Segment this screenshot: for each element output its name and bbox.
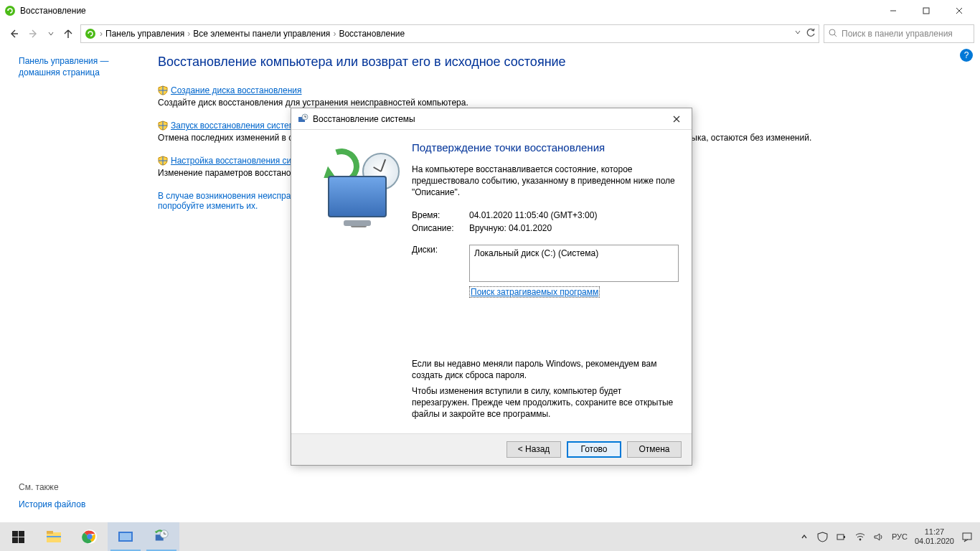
- recovery-icon: [4, 5, 16, 17]
- svg-point-30: [859, 539, 862, 541]
- minimize-button[interactable]: [877, 0, 910, 22]
- volume-icon[interactable]: [873, 531, 885, 542]
- breadcrumb-item[interactable]: Восстановление: [339, 29, 405, 39]
- finish-button[interactable]: Готово: [567, 441, 621, 458]
- time-value: 04.01.2020 11:05:40 (GMT+3:00): [469, 209, 597, 222]
- dialog-heading: Подтверждение точки восстановления: [412, 141, 679, 154]
- dialog-titlebar[interactable]: Восстановление системы: [291, 108, 692, 130]
- svg-point-0: [5, 6, 15, 16]
- nav-toolbar: › Панель управления › Все элементы панел…: [0, 22, 980, 46]
- start-button[interactable]: [0, 522, 36, 551]
- system-restore-dialog: Восстановление системы Подтверждение точ…: [291, 108, 692, 466]
- svg-rect-2: [923, 8, 929, 14]
- close-button[interactable]: [943, 0, 976, 22]
- svg-rect-20: [47, 536, 61, 537]
- chevron-right-icon: ›: [333, 29, 336, 39]
- chrome-taskbar[interactable]: [72, 522, 108, 551]
- svg-rect-29: [844, 536, 845, 538]
- sidebar: Панель управления —домашняя страница См.…: [0, 46, 151, 519]
- svg-rect-16: [12, 537, 18, 543]
- desc-label: Описание:: [412, 222, 469, 235]
- window-titlebar: Восстановление: [0, 0, 980, 22]
- desc-value: Вручную: 04.01.2020: [469, 222, 597, 235]
- recovery-icon: [84, 27, 97, 40]
- svg-rect-19: [47, 531, 53, 534]
- password-warning: Если вы недавно меняли пароль Windows, р…: [412, 358, 679, 381]
- svg-rect-14: [12, 531, 18, 537]
- tray-overflow-icon[interactable]: [798, 531, 810, 542]
- action-center-icon[interactable]: [961, 531, 973, 542]
- dialog-intro: На компьютере восстанавливается состояни…: [412, 164, 679, 199]
- system-restore-icon: [297, 113, 308, 125]
- breadcrumb-item[interactable]: Все элементы панели управления: [193, 29, 330, 39]
- disks-listbox[interactable]: Локальный диск (C:) (Система): [469, 245, 679, 282]
- network-icon[interactable]: [854, 531, 866, 542]
- maximize-button[interactable]: [910, 0, 943, 22]
- input-language[interactable]: РУС: [892, 532, 908, 541]
- chevron-right-icon: ›: [100, 29, 103, 39]
- shield-icon: [158, 156, 168, 166]
- see-also-header: См. также: [19, 482, 85, 492]
- forward-button[interactable]: [26, 26, 42, 42]
- svg-rect-28: [837, 534, 844, 540]
- file-history-link[interactable]: История файлов: [19, 499, 85, 511]
- dialog-title: Восстановление системы: [313, 114, 667, 124]
- shield-icon: [158, 85, 168, 95]
- tray-clock[interactable]: 11:27 04.01.2020: [915, 527, 954, 546]
- taskbar: РУС 11:27 04.01.2020: [0, 522, 980, 551]
- page-heading: Восстановление компьютера или возврат ег…: [158, 55, 958, 70]
- window-title: Восстановление: [20, 6, 877, 16]
- address-dropdown-icon[interactable]: [794, 28, 801, 40]
- chevron-right-icon: ›: [187, 29, 190, 39]
- create-recovery-drive-link[interactable]: Создание диска восстановления: [158, 85, 302, 95]
- system-restore-taskbar[interactable]: [143, 522, 179, 551]
- help-icon[interactable]: ?: [960, 49, 973, 62]
- scan-affected-programs-link[interactable]: Поиск затрагиваемых программ: [469, 286, 600, 298]
- shield-icon: [158, 121, 168, 131]
- svg-line-9: [834, 34, 837, 37]
- search-placeholder: Поиск в панели управления: [842, 29, 953, 39]
- power-icon[interactable]: [836, 531, 847, 542]
- search-input[interactable]: Поиск в панели управления: [824, 24, 974, 43]
- search-icon: [829, 29, 837, 39]
- cancel-button[interactable]: Отмена: [627, 441, 682, 458]
- refresh-icon[interactable]: [806, 28, 816, 40]
- back-button[interactable]: [6, 26, 22, 42]
- option-desc: Создайте диск восстановления для устране…: [158, 98, 958, 108]
- back-button[interactable]: < Назад: [507, 441, 561, 458]
- open-system-restore-link[interactable]: Запуск восстановления системы: [158, 121, 301, 131]
- file-explorer-taskbar[interactable]: [36, 522, 72, 551]
- up-button[interactable]: [60, 26, 76, 42]
- control-panel-home-link[interactable]: Панель управления —домашняя страница: [19, 56, 145, 78]
- time-label: Время:: [412, 209, 469, 222]
- svg-rect-17: [19, 537, 24, 543]
- disks-label: Диски:: [412, 243, 469, 349]
- dialog-close-button[interactable]: [667, 112, 686, 126]
- svg-rect-25: [120, 533, 131, 540]
- svg-rect-15: [19, 531, 24, 537]
- dialog-artwork: [304, 141, 412, 425]
- security-icon[interactable]: [817, 531, 829, 542]
- address-bar[interactable]: › Панель управления › Все элементы панел…: [80, 24, 819, 43]
- svg-point-7: [85, 29, 95, 39]
- recent-dropdown[interactable]: [46, 26, 56, 42]
- control-panel-taskbar[interactable]: [108, 522, 143, 551]
- breadcrumb-item[interactable]: Панель управления: [105, 29, 184, 39]
- svg-rect-31: [963, 533, 971, 540]
- restart-warning: Чтобы изменения вступили в силу, компьют…: [412, 385, 679, 420]
- svg-point-8: [829, 29, 835, 35]
